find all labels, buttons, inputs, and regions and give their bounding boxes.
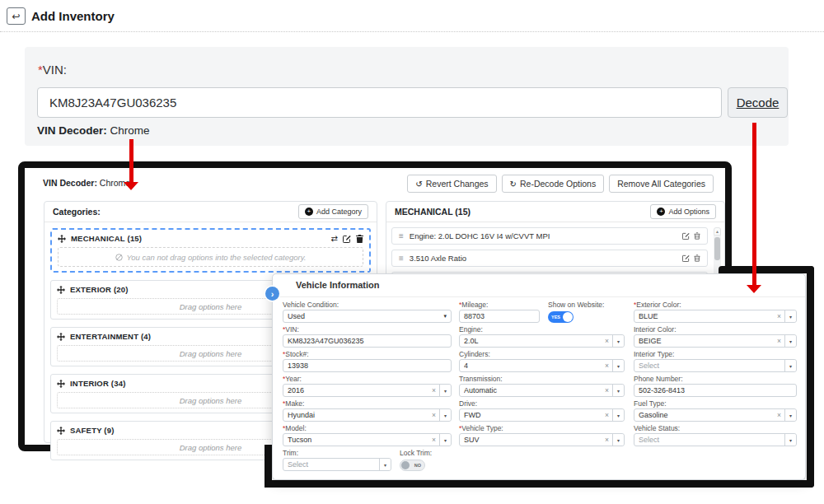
interior-type-select[interactable]: Select▾ — [634, 359, 797, 372]
scrollbar-thumb[interactable] — [714, 237, 720, 260]
trim-label: Trim: — [283, 449, 391, 458]
chevron-down-icon[interactable]: ▾ — [612, 434, 624, 446]
chevron-down-icon[interactable]: ▾ — [784, 360, 796, 371]
stock-label: *Stock#: — [283, 350, 452, 359]
clear-icon[interactable]: × — [432, 386, 436, 394]
clear-icon[interactable]: × — [605, 337, 609, 345]
form-column-2: *Mileage: 88703 Show on Website: YES Eng… — [459, 301, 625, 449]
lock-trim-toggle[interactable]: NO — [400, 460, 425, 471]
revert-changes-button[interactable]: ↺ Revert Changes — [407, 175, 496, 193]
clear-icon[interactable]: × — [777, 337, 781, 345]
vehicle-type-select[interactable]: SUV×▾ — [459, 433, 625, 446]
trim-select[interactable]: Select▾ — [283, 458, 391, 471]
category-name: ENTERTAINMENT (4) — [70, 332, 151, 341]
year-select[interactable]: 2016×▾ — [283, 384, 452, 397]
interior-color-select[interactable]: BEIGE×▾ — [634, 334, 797, 348]
category-name: MECHANICAL (15) — [71, 234, 142, 243]
chevron-down-icon[interactable]: ▾ — [439, 409, 451, 421]
clear-icon[interactable]: × — [432, 436, 436, 444]
modal-frame — [807, 266, 814, 488]
back-button[interactable]: ↩ — [7, 7, 26, 25]
chevron-down-icon[interactable]: ▾ — [612, 360, 624, 371]
vin-field[interactable]: KM8J23A47GU036235 — [283, 334, 452, 348]
category-card-selected[interactable]: MECHANICAL (15) ⇄ You can not drag optio… — [50, 228, 371, 273]
modal-frame — [265, 480, 814, 488]
cylinders-label: Cylinders: — [459, 350, 625, 359]
drive-label: Drive: — [459, 399, 625, 408]
ban-icon — [115, 254, 123, 261]
categories-title: Categories: — [53, 207, 101, 217]
vin-field-label: *VIN: — [283, 325, 452, 334]
clear-icon[interactable]: × — [777, 411, 781, 419]
grip-icon: ≡ — [399, 231, 404, 240]
mileage-field[interactable]: 88703 — [459, 310, 540, 323]
clear-icon[interactable]: × — [432, 411, 436, 419]
remove-all-categories-button[interactable]: Remove All Categories — [609, 175, 714, 193]
annotation-arrow-line — [129, 139, 133, 183]
clear-icon[interactable]: × — [605, 436, 609, 444]
vehicle-status-select[interactable]: Select▾ — [634, 433, 797, 446]
back-arrow-icon: ↩ — [12, 11, 20, 22]
phone-number-field[interactable]: 502-326-8413 — [634, 384, 797, 397]
trash-icon[interactable] — [694, 232, 700, 240]
annotation-arrow-line — [752, 123, 756, 286]
redecode-options-button[interactable]: ↻ Re-Decode Options — [502, 175, 605, 193]
phone-number-label: Phone Number: — [634, 375, 797, 384]
plus-circle-icon: + — [305, 208, 313, 216]
add-category-button[interactable]: + Add Category — [298, 204, 368, 219]
transmission-select[interactable]: Automatic×▾ — [459, 384, 625, 397]
clear-icon[interactable]: × — [777, 312, 781, 320]
show-on-website-toggle[interactable]: YES — [548, 311, 574, 323]
trash-icon[interactable] — [694, 254, 700, 262]
exterior-color-label: *Exterior Color: — [634, 301, 797, 310]
chevron-down-icon[interactable]: ▾ — [784, 409, 796, 421]
expand-chevron-button[interactable]: › — [265, 287, 279, 301]
vin-input[interactable]: KM8J23A47GU036235 — [37, 87, 722, 118]
vehicle-condition-select[interactable]: Used▾ — [283, 310, 452, 323]
chevron-down-icon[interactable]: ▾ — [784, 434, 796, 446]
swap-icon[interactable]: ⇄ — [331, 234, 338, 243]
chevron-down-icon[interactable]: ▾ — [612, 409, 624, 421]
cylinders-select[interactable]: 4×▾ — [459, 359, 625, 372]
category-name: EXTERIOR (20) — [70, 285, 129, 294]
model-select[interactable]: Tucson×▾ — [283, 433, 452, 446]
make-select[interactable]: Hyundai×▾ — [283, 408, 452, 422]
edit-icon[interactable] — [343, 235, 351, 243]
chevron-down-icon[interactable]: ▾ — [784, 310, 796, 322]
clear-icon[interactable]: × — [605, 362, 609, 370]
engine-select[interactable]: 2.0L×▾ — [459, 334, 625, 348]
modal-divider — [273, 296, 805, 297]
chevron-down-icon[interactable]: ▾ — [439, 385, 451, 396]
scroll-up-icon[interactable]: ▲ — [714, 227, 721, 236]
interior-type-label: Interior Type: — [634, 350, 797, 359]
option-row[interactable]: ≡ Engine: 2.0L DOHC 16V I4 w/CVVT MPI — [391, 227, 708, 245]
move-icon — [57, 380, 65, 388]
fuel-type-select[interactable]: Gasoline×▾ — [634, 408, 797, 422]
edit-icon[interactable] — [682, 254, 690, 262]
modal-frame — [719, 266, 814, 273]
add-options-button[interactable]: + Add Options — [650, 204, 716, 219]
clear-icon[interactable]: × — [605, 411, 609, 419]
chevron-down-icon[interactable]: ▾ — [379, 459, 391, 470]
exterior-color-select[interactable]: BLUE×▾ — [634, 310, 797, 323]
form-column-3: *Exterior Color: BLUE×▾ Interior Color: … — [634, 301, 797, 449]
chevron-down-icon[interactable]: ▾ — [612, 335, 624, 347]
trash-icon[interactable] — [356, 235, 363, 243]
chevron-down-icon[interactable]: ▾ — [784, 335, 796, 347]
vin-decoder-caption: VIN Decoder: Chrome — [37, 124, 150, 137]
stock-field[interactable]: 13938 — [283, 359, 452, 372]
mileage-label: *Mileage: — [459, 301, 540, 310]
clear-icon[interactable]: × — [605, 386, 609, 394]
drive-select[interactable]: FWD×▾ — [459, 408, 625, 422]
chevron-down-icon[interactable]: ▾ — [612, 385, 624, 396]
decode-button[interactable]: Decode — [728, 87, 788, 118]
option-row[interactable]: ≡ 3.510 Axle Ratio — [391, 250, 708, 267]
revert-icon: ↺ — [415, 180, 422, 189]
header-divider — [0, 31, 824, 32]
annotation-arrow-head — [747, 285, 761, 293]
chevron-down-icon[interactable]: ▾ — [439, 434, 451, 446]
form-column-1: Vehicle Condition: Used▾ *VIN: KM8J23A47… — [283, 301, 452, 474]
plus-circle-icon: + — [657, 208, 665, 216]
edit-icon[interactable] — [682, 232, 690, 240]
vehicle-information-title: Vehicle Information — [296, 280, 379, 290]
